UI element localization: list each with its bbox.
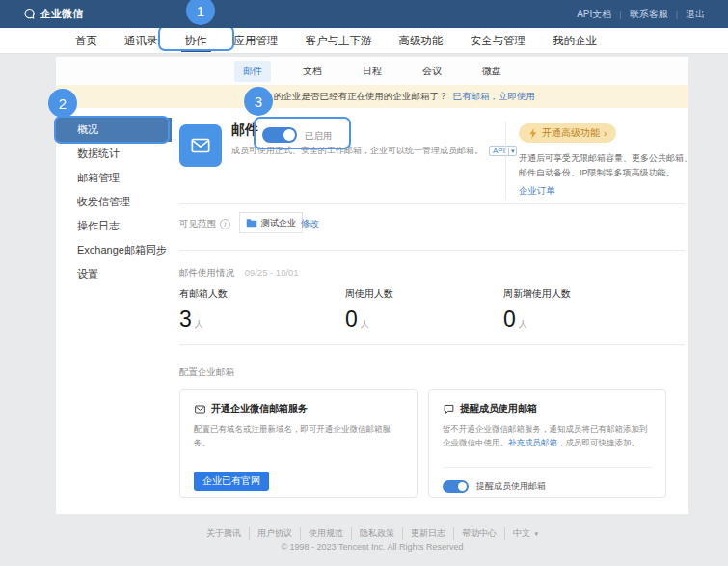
tab-meeting[interactable]: 会议 (414, 61, 450, 82)
chat-bubble-icon (23, 8, 36, 20)
tab-mail[interactable]: 邮件 (234, 61, 271, 82)
notice-use-now-link[interactable]: 已有邮箱，立即使用 (453, 91, 536, 103)
divider (179, 344, 685, 345)
card-title: 开通企业微信邮箱服务 (211, 402, 308, 416)
setup-card-open-service: 开通企业微信邮箱服务 配置已有域名或注册新域名，即可开通企业微信邮箱服务。 企业… (179, 389, 418, 498)
sidebar-item-label: 概况 (77, 123, 98, 135)
sidebar-item-send-receive[interactable]: 收发信管理 (56, 190, 172, 214)
collab-subtabs: 邮件 文档 日程 会议 微盘 (56, 57, 688, 85)
footer-links: 关于腾讯 用户协议 使用规范 隐私政策 更新日志 帮助中心 中文 ▾ (56, 527, 688, 540)
toggle-knob (283, 129, 295, 141)
primary-nav: 首页 通讯录 协作 应用管理 客户与上下游 高级功能 安全与管理 我的企业 (0, 28, 728, 54)
sidebar-item-operation-log[interactable]: 操作日志 (56, 214, 172, 238)
sidebar-item-overview[interactable]: 概况 (56, 118, 172, 142)
remind-toggle-label: 提醒成员使用邮箱 (476, 480, 546, 493)
nav-item-contacts[interactable]: 通讯录 (124, 28, 158, 54)
page-title: 邮件 (231, 121, 258, 139)
sidebar-item-settings[interactable]: 设置 (56, 262, 172, 286)
card-title-row: 提醒成员使用邮箱 (443, 402, 537, 416)
brand-title: 企业微信 (40, 7, 83, 21)
active-tab-underline (181, 49, 211, 52)
wecom-logo: 企业微信 (23, 7, 83, 21)
chevron-right-icon: › (604, 128, 607, 139)
card-description: 配置已有域名或注册新域名，即可开通企业微信邮箱服务。 (194, 422, 405, 449)
footer-help-center[interactable]: 帮助中心 (454, 527, 505, 540)
stat-value: 0 (503, 307, 516, 333)
mail-enable-toggle-group: 已启用 (262, 127, 359, 145)
stat-weekly-new-users: 周新增使用人数 0人 (503, 287, 658, 333)
mail-enable-toggle[interactable] (262, 127, 297, 143)
annotation-step-2: 2 (48, 89, 77, 118)
footer-language-selector[interactable]: 中文 ▾ (505, 527, 546, 540)
topbar-links: API文档| 联系客服| 退出 (569, 8, 713, 21)
envelope-icon (194, 403, 206, 416)
stat-label: 有邮箱人数 (179, 287, 334, 301)
contact-support-link[interactable]: 联系客服 (622, 8, 676, 21)
usage-title-text: 邮件使用情况 (179, 267, 234, 278)
usage-section-title: 邮件使用情况 09/25 - 10/01 (179, 267, 299, 280)
footer-about-tencent[interactable]: 关于腾讯 (199, 527, 250, 540)
api-docs-link[interactable]: API文档 (569, 8, 619, 21)
toggle-knob (458, 482, 467, 491)
stat-label: 周使用人数 (345, 287, 499, 301)
nav-item-premium-features[interactable]: 高级功能 (399, 28, 444, 54)
divider (443, 467, 652, 468)
mail-description: 成员可使用正式、安全的工作邮箱，企业可以统一管理成员邮箱。 (231, 145, 483, 157)
annotation-box-step2 (54, 116, 170, 144)
chevron-down-icon: ▾ (508, 148, 517, 155)
mail-description-row: 成员可使用正式、安全的工作邮箱，企业可以统一管理成员邮箱。 API ▾ (231, 145, 517, 157)
nav-item-app-management[interactable]: 应用管理 (234, 28, 279, 54)
nav-item-label: 协作 (185, 35, 207, 46)
sidebar-item-statistics[interactable]: 数据统计 (56, 142, 172, 166)
edit-scope-link[interactable]: 修改 (301, 218, 319, 230)
copyright-text: © 1998 - 2023 Tencent Inc. All Rights Re… (56, 542, 688, 552)
sidebar-item-exchange-sync[interactable]: Exchange邮箱同步 (56, 238, 172, 262)
desc-text: ，成员即可快捷添加。 (557, 438, 639, 447)
enterprise-order-link[interactable]: 企业订单 (519, 185, 555, 198)
card-description: 暂不开通企业微信邮箱服务，通知成员将已有邮箱添加到企业微信中使用。补充成员邮箱，… (443, 422, 654, 449)
divider (179, 203, 685, 204)
language-label: 中文 (513, 528, 530, 538)
tab-schedule[interactable]: 日程 (354, 61, 391, 82)
info-icon: i (220, 219, 230, 229)
visible-scope-row: 可见范围 i (179, 218, 230, 230)
caret-down-icon: ▾ (535, 530, 539, 537)
footer-usage-policy[interactable]: 使用规范 (301, 527, 352, 540)
nav-item-home[interactable]: 首页 (75, 28, 97, 54)
footer-privacy-policy[interactable]: 隐私政策 (352, 527, 403, 540)
api-dropdown[interactable]: API ▾ (489, 146, 517, 156)
footer-changelog[interactable]: 更新日志 (403, 527, 454, 540)
premium-button-label: 开通高级功能 (542, 126, 600, 140)
supplement-mailbox-link[interactable]: 补充成员邮箱 (508, 438, 557, 447)
tab-drive[interactable]: 微盘 (473, 61, 510, 82)
usage-date-range: 09/25 - 10/01 (245, 267, 299, 278)
stat-value: 3 (179, 307, 192, 333)
scope-name: 测试企业 (261, 217, 296, 229)
vertical-divider (505, 121, 506, 199)
lightning-icon (528, 128, 538, 139)
nav-item-security[interactable]: 安全与管理 (471, 28, 526, 54)
tab-docs[interactable]: 文档 (294, 61, 331, 82)
nav-item-my-company[interactable]: 我的企业 (553, 28, 597, 54)
scope-chip[interactable]: 测试企业 (239, 212, 303, 233)
nav-item-customers[interactable]: 客户与上下游 (306, 28, 372, 54)
company-has-website-button[interactable]: 企业已有官网 (194, 472, 269, 491)
visible-scope-label: 可见范围 (179, 218, 216, 230)
annotation-step-3: 3 (244, 87, 273, 116)
stat-weekly-users: 周使用人数 0人 (345, 287, 499, 333)
footer-user-agreement[interactable]: 用户协议 (250, 527, 301, 540)
sidebar-item-mailbox-management[interactable]: 邮箱管理 (56, 166, 172, 190)
remind-members-toggle[interactable] (443, 480, 469, 493)
stat-value: 0 (345, 307, 358, 333)
card-title-row: 开通企业微信邮箱服务 (194, 402, 308, 416)
mail-status-label: 已启用 (305, 130, 333, 143)
stat-unit: 人 (361, 318, 369, 331)
nav-item-collaboration[interactable]: 协作 (185, 28, 207, 54)
stat-unit: 人 (519, 318, 527, 331)
top-app-bar: 企业微信 API文档| 联系客服| 退出 (0, 0, 728, 28)
folder-icon (246, 218, 257, 228)
notice-banner: 的企业是否已经有正在使用的企业邮箱了？ 已有邮箱，立即使用 (56, 85, 688, 108)
logout-link[interactable]: 退出 (678, 8, 713, 21)
setup-card-remind-members: 提醒成员使用邮箱 暂不开通企业微信邮箱服务，通知成员将已有邮箱添加到企业微信中使… (428, 389, 666, 498)
premium-upgrade-button[interactable]: 开通高级功能 › (519, 123, 616, 143)
